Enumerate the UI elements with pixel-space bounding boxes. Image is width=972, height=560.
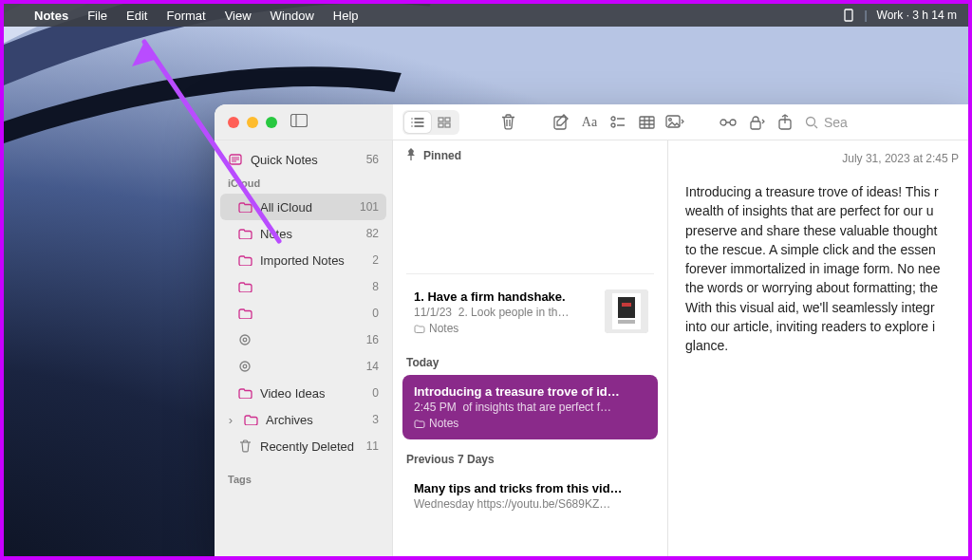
sidebar-quick-notes[interactable]: Quick Notes 56 — [220, 146, 386, 173]
window-menu[interactable]: Window — [261, 9, 324, 23]
note-date: July 31, 2023 at 2:45 P — [685, 152, 961, 165]
svg-rect-11 — [439, 123, 443, 127]
edit-menu[interactable]: Edit — [117, 9, 157, 23]
zoom-button[interactable] — [266, 117, 277, 128]
link-button[interactable] — [714, 110, 742, 135]
share-button[interactable] — [771, 110, 799, 135]
svg-rect-0 — [845, 9, 852, 21]
sidebar-item-notes[interactable]: Notes 82 — [220, 220, 386, 247]
sidebar-item-smart-1[interactable]: 16 — [220, 327, 386, 353]
grid-view-icon[interactable] — [431, 112, 458, 133]
svg-line-33 — [814, 125, 817, 128]
trash-icon — [237, 439, 252, 453]
sidebar-item-smart-2[interactable]: 14 — [220, 353, 386, 380]
sidebar-item-imported[interactable]: Imported Notes 2 — [220, 247, 386, 273]
sidebar-item-archives[interactable]: › Archives 3 — [220, 406, 386, 433]
note-item-previous[interactable]: Many tips and tricks from this vid… Wedn… — [402, 472, 658, 514]
sidebar-section-tags: Tags — [220, 469, 386, 490]
svg-rect-47 — [618, 320, 635, 324]
menubar-status[interactable]: | Work · 3 h 14 m — [843, 9, 957, 22]
svg-point-41 — [243, 364, 247, 368]
today-header: Today — [393, 352, 667, 375]
notes-list: Pinned 1. Have a firm handshake. 11/1/23… — [393, 140, 668, 556]
note-item-selected[interactable]: Introducing a treasure trove of id… 2:45… — [402, 375, 658, 439]
new-note-button[interactable] — [547, 110, 575, 135]
chevron-right-icon: › — [226, 413, 235, 427]
previous-header: Previous 7 Days — [393, 447, 667, 472]
note-editor[interactable]: July 31, 2023 at 2:45 P Introducing a tr… — [668, 140, 968, 556]
sidebar-item-all-icloud[interactable]: All iCloud 101 — [220, 194, 386, 220]
sidebar-item-label: Recently Deleted — [260, 439, 354, 454]
note-meta: 11/1/23 2. Look people in th… — [414, 306, 597, 319]
svg-rect-9 — [439, 118, 443, 121]
view-mode-segment[interactable] — [402, 110, 459, 135]
folder-icon — [237, 255, 252, 266]
note-body[interactable]: Introducing a treasure trove of ideas! T… — [685, 182, 961, 356]
note-folder: Notes — [414, 322, 597, 335]
format-button[interactable]: Aa — [575, 110, 604, 135]
sidebar-item-video-ideas[interactable]: Video Ideas 0 — [220, 380, 386, 406]
svg-point-18 — [611, 123, 615, 127]
window-controls — [228, 117, 277, 128]
folder-icon — [237, 308, 252, 319]
help-menu[interactable]: Help — [324, 9, 368, 23]
svg-point-27 — [720, 120, 726, 125]
note-item-pinned[interactable]: 1. Have a firm handshake. 11/1/23 2. Loo… — [402, 280, 658, 345]
gear-icon — [237, 360, 252, 373]
folder-icon — [237, 388, 252, 399]
search-icon — [805, 116, 818, 129]
table-button[interactable] — [632, 110, 661, 135]
svg-point-16 — [611, 117, 615, 121]
svg-point-38 — [240, 335, 250, 345]
svg-rect-12 — [445, 123, 450, 127]
sidebar-item-folder-4[interactable]: 8 — [220, 273, 386, 300]
note-title: 1. Have a firm handshake. — [414, 289, 597, 304]
format-menu[interactable]: Format — [157, 9, 215, 23]
timer-text: Work · 3 h 14 m — [877, 9, 957, 22]
note-title: Introducing a treasure trove of id… — [414, 384, 646, 399]
svg-rect-30 — [751, 121, 760, 129]
svg-rect-20 — [640, 117, 654, 128]
sidebar-item-count: 56 — [366, 153, 379, 166]
folder-icon — [237, 229, 252, 239]
search-placeholder: Sea — [824, 115, 848, 130]
minimize-button[interactable] — [247, 117, 258, 128]
note-folder: Notes — [414, 417, 646, 430]
folder-icon — [243, 415, 258, 425]
svg-rect-46 — [622, 303, 631, 307]
quick-notes-icon — [228, 154, 243, 165]
delete-button[interactable] — [494, 110, 522, 135]
media-button[interactable] — [661, 110, 689, 135]
sidebar-item-label: Imported Notes — [260, 253, 345, 268]
view-menu[interactable]: View — [215, 9, 261, 23]
titlebar: Aa Sea — [215, 104, 968, 140]
sidebar-item-folder-5[interactable]: 0 — [220, 300, 386, 327]
sidebar-item-label: All iCloud — [260, 200, 312, 215]
lock-button[interactable] — [742, 110, 771, 135]
status-icon — [843, 9, 854, 22]
pin-icon — [406, 148, 416, 163]
note-thumbnail — [605, 289, 648, 333]
sidebar-section-icloud: iCloud — [220, 173, 386, 194]
svg-rect-1 — [291, 114, 308, 126]
sidebar-item-recently-deleted[interactable]: Recently Deleted 11 — [220, 433, 386, 459]
svg-rect-45 — [618, 297, 635, 318]
svg-point-28 — [730, 120, 736, 125]
search-field[interactable]: Sea — [805, 115, 848, 130]
file-menu[interactable]: File — [78, 9, 117, 23]
sidebar-toggle-icon[interactable] — [285, 110, 313, 135]
sidebar-item-label: Notes — [260, 227, 292, 241]
notes-window: Aa Sea Quick Notes 56 iCloud — [215, 104, 968, 556]
note-meta: 2:45 PM of insights that are perfect f… — [414, 401, 646, 414]
list-view-icon[interactable] — [404, 112, 431, 133]
svg-point-32 — [807, 117, 815, 125]
svg-point-26 — [669, 119, 672, 121]
pinned-header: Pinned — [393, 140, 667, 169]
app-menu[interactable]: Notes — [25, 9, 78, 23]
sidebar-item-label: Archives — [266, 413, 313, 427]
folder-icon — [237, 202, 252, 213]
close-button[interactable] — [228, 117, 239, 128]
note-title: Many tips and tricks from this vid… — [414, 481, 646, 495]
svg-rect-10 — [445, 118, 450, 121]
checklist-button[interactable] — [604, 110, 632, 135]
